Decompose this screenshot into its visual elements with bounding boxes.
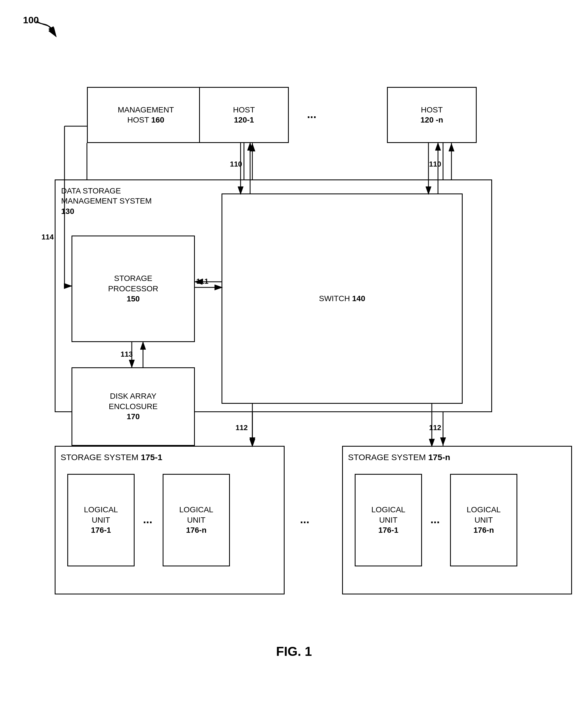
ellipsis-top: ... [307, 108, 316, 121]
storage-system1-label: STORAGE SYSTEM 175-1 [61, 452, 162, 463]
label-110a: 110 [230, 160, 242, 169]
hostn-box: HOST120 -n [387, 87, 477, 143]
switch-label: SWITCH 140 [319, 294, 365, 304]
fig-label: FIG. 1 [0, 644, 588, 659]
logical-unit-na-box: LOGICALUNIT176-1 [355, 474, 422, 566]
storage-systemn-label: STORAGE SYSTEM 175-n [348, 452, 450, 463]
label-113: 113 [121, 350, 133, 359]
management-host-label: MANAGEMENTHOST 160 [118, 105, 174, 125]
label-112a: 112 [235, 423, 248, 432]
ellipsis-lun: ... [430, 513, 440, 526]
diagram-ref: 100 [23, 15, 39, 25]
hostn-label: HOST120 -n [421, 105, 443, 125]
label-114: 114 [42, 233, 54, 241]
label-111: 111 [196, 277, 208, 286]
ellipsis-ss: ... [300, 513, 309, 526]
logical-unit-nn-box: LOGICALUNIT176-n [450, 474, 517, 566]
storage-processor-box: STORAGEPROCESSOR150 [71, 235, 195, 342]
logical-unit-1n-label: LOGICALUNIT176-n [179, 505, 213, 535]
host1-label: HOST120-1 [233, 105, 255, 125]
logical-unit-na-label: LOGICALUNIT176-1 [371, 505, 405, 535]
host1-box: HOST120-1 [199, 87, 289, 143]
disk-array-box: DISK ARRAYENCLOSURE170 [71, 367, 195, 446]
logical-unit-1a-box: LOGICALUNIT176-1 [67, 474, 134, 566]
logical-unit-1n-box: LOGICALUNIT176-n [163, 474, 230, 566]
dsms-label: DATA STORAGEMANAGEMENT SYSTEM130 [61, 186, 152, 216]
ellipsis-lu1: ... [143, 513, 152, 526]
storage-processor-label: STORAGEPROCESSOR150 [108, 273, 159, 304]
management-host-box: MANAGEMENTHOST 160 [87, 87, 205, 143]
label-110b: 110 [429, 160, 441, 169]
label-112b: 112 [429, 423, 441, 432]
logical-unit-nn-label: LOGICALUNIT176-n [467, 505, 501, 535]
diagram: 100 [0, 0, 588, 715]
disk-array-label: DISK ARRAYENCLOSURE170 [109, 391, 158, 422]
logical-unit-1a-label: LOGICALUNIT176-1 [84, 505, 118, 535]
switch-box: SWITCH 140 [222, 193, 463, 404]
